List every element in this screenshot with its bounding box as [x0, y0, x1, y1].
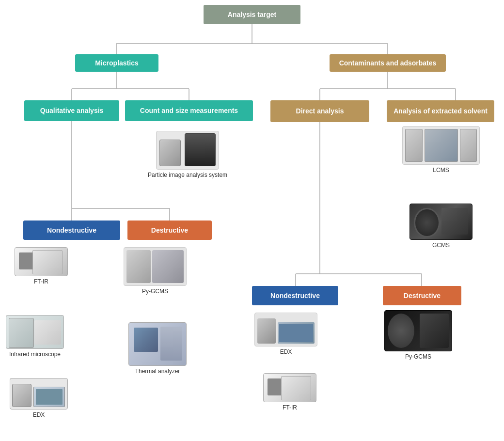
pygcms-left-image [124, 247, 187, 286]
ftir-left-image [15, 247, 68, 276]
pygcms-right-instrument: Py-GCMS [384, 310, 452, 360]
ir-micro-image [6, 315, 64, 349]
pygcms-right-image [384, 310, 452, 351]
lcms-label: LCMS [433, 167, 449, 173]
ftir-right-instrument: FT-IR [263, 373, 316, 411]
direct-box: Direct analysis [270, 100, 369, 122]
edx-right-label: EDX [280, 348, 292, 355]
ir-micro-instrument: Infrared microscope [6, 315, 64, 358]
direct-label: Direct analysis [296, 107, 344, 115]
nondestructive-left-label: Nondestructive [47, 226, 96, 235]
lcms-instrument: LCMS [402, 126, 480, 173]
extracted-box: Analysis of extracted solvent [387, 100, 494, 122]
analysis-target-label: Analysis target [228, 10, 276, 19]
contaminants-label: Contaminants and adsorbates [339, 59, 437, 67]
diagram-container: Analysis target Microplastics Contaminan… [0, 0, 504, 441]
microplastics-box: Microplastics [75, 54, 158, 72]
thermal-label: Thermal analyzer [135, 368, 180, 375]
ftir-right-label: FT-IR [283, 404, 297, 411]
qualitative-box: Qualitative analysis [24, 100, 119, 121]
destructive-left-box: Destructive [127, 220, 212, 240]
gcms-image [410, 204, 472, 240]
qualitative-label: Qualitative analysis [40, 106, 104, 115]
gcms-instrument: GCMS [410, 204, 472, 249]
edx-right-image [254, 313, 317, 346]
pygcms-left-instrument: Py-GCMS [124, 247, 187, 295]
edx-right-instrument: EDX [254, 313, 317, 355]
destructive-right-label: Destructive [404, 291, 441, 300]
count-size-box: Count and size measurements [125, 100, 253, 121]
analysis-target-box: Analysis target [204, 5, 300, 24]
thermal-image [128, 322, 187, 366]
destructive-right-box: Destructive [383, 286, 461, 305]
ftir-left-label: FT-IR [34, 278, 48, 285]
edx-left-image [10, 378, 68, 410]
destructive-left-label: Destructive [151, 226, 188, 235]
particle-instrument: Particle image analysis system [148, 131, 227, 178]
thermal-instrument: Thermal analyzer [128, 322, 187, 375]
nondestructive-right-box: Nondestructive [252, 286, 338, 305]
count-size-label: Count and size measurements [140, 106, 238, 115]
ftir-right-image [263, 373, 316, 402]
contaminants-box: Contaminants and adsorbates [330, 54, 446, 72]
edx-left-label: EDX [33, 411, 45, 418]
ir-micro-label: Infrared microscope [9, 351, 61, 358]
extracted-label: Analysis of extracted solvent [394, 107, 488, 115]
lcms-image [402, 126, 480, 165]
microplastics-label: Microplastics [95, 59, 138, 67]
pygcms-right-label: Py-GCMS [405, 353, 431, 360]
edx-left-instrument: EDX [10, 378, 68, 418]
particle-image [156, 131, 219, 170]
ftir-left-instrument: FT-IR [15, 247, 68, 285]
nondestructive-left-box: Nondestructive [23, 220, 120, 240]
particle-label: Particle image analysis system [148, 172, 227, 178]
pygcms-left-label: Py-GCMS [142, 288, 168, 295]
nondestructive-right-label: Nondestructive [270, 291, 320, 300]
gcms-label: GCMS [432, 242, 450, 249]
